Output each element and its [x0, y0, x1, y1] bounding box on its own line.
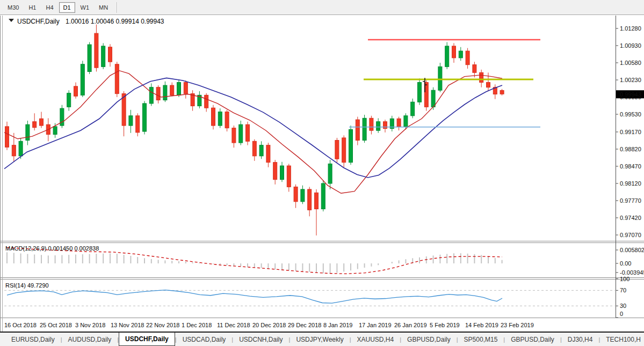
chart-tab-dj30-h4[interactable]: DJ30,H4 — [562, 333, 599, 346]
candle — [335, 138, 339, 163]
timeframe-button-mn[interactable]: MN — [95, 2, 112, 13]
svg-text:0.005802: 0.005802 — [620, 247, 644, 253]
timeframe-button-d1[interactable]: D1 — [59, 2, 75, 13]
candle — [321, 180, 325, 211]
candle — [60, 105, 64, 128]
candle — [115, 62, 119, 97]
candle — [225, 110, 229, 131]
date-label: 17 Jan 2019 — [359, 322, 392, 328]
timeframe-button-w1[interactable]: W1 — [76, 2, 94, 13]
date-label: 22 Nov 2018 — [146, 322, 179, 328]
chart-tab-bar: EURUSD,Daily|AUDUSD,Daily|USDCHF,Daily|U… — [0, 332, 644, 346]
chart-title-ohlc: 1.00016 1.00046 0.99914 0.99943 — [66, 18, 164, 25]
candle — [143, 101, 147, 134]
timeframe-toolbar: M30H1H4D1W1MN — [0, 0, 644, 15]
date-label: 20 Dec 2018 — [252, 322, 286, 328]
candle — [418, 78, 422, 105]
date-label: 16 Oct 2018 — [4, 322, 37, 328]
candle — [438, 63, 442, 92]
timeframe-button-h1[interactable]: H1 — [24, 2, 40, 13]
chart-tab-usdjpy-weekly[interactable]: USDJPY,Weekly — [290, 333, 349, 346]
candle — [445, 42, 449, 69]
svg-text:0.98120: 0.98120 — [620, 180, 641, 187]
date-label: 26 Jan 2019 — [394, 322, 427, 328]
svg-text:30: 30 — [620, 303, 626, 309]
current-price-badge-value: 0.99943 — [620, 91, 641, 98]
chart-tab-gbpusd-daily[interactable]: GBPUSD,Daily — [505, 333, 560, 346]
date-label: 8 Jan 2019 — [323, 322, 352, 328]
chart-canvas[interactable]: 1.012801.009301.005801.002300.998800.995… — [0, 16, 644, 332]
chart-tab-xauusd-h4[interactable]: XAUUSD,H4 — [351, 333, 400, 346]
candle — [342, 135, 346, 167]
date-label: 23 Feb 2019 — [501, 322, 534, 328]
date-label: 25 Oct 2018 — [40, 322, 72, 328]
svg-text:0.99170: 0.99170 — [620, 129, 641, 135]
candle — [81, 61, 84, 97]
chart-tab-usdchf-daily[interactable]: USDCHF,Daily — [119, 333, 175, 346]
candle — [212, 105, 215, 130]
svg-text:0.00: 0.00 — [620, 260, 631, 267]
date-label: 11 Dec 2018 — [217, 322, 250, 328]
svg-text:1.01280: 1.01280 — [620, 25, 641, 32]
svg-text:0.97420: 0.97420 — [620, 215, 641, 221]
chart-tab-usdcnh-daily[interactable]: USDCNH,Daily — [233, 333, 288, 346]
date-axis: 16 Oct 201825 Oct 20183 Nov 201813 Nov 2… — [4, 322, 534, 328]
terminal-window: M30H1H4D1W1MN 1.012801.009301.005801.002… — [0, 0, 644, 346]
svg-text:0.97070: 0.97070 — [620, 232, 641, 238]
date-label: 14 Feb 2019 — [465, 322, 498, 328]
candle — [363, 115, 366, 143]
date-label: 1 Dec 2018 — [182, 322, 212, 328]
svg-text:0.98820: 0.98820 — [620, 146, 641, 152]
svg-text:0.97770: 0.97770 — [620, 197, 641, 204]
rsi-label: RSI(14) 49.7290 — [5, 282, 49, 289]
svg-text:1.00930: 1.00930 — [620, 42, 641, 49]
chart-tab-usdcad-daily[interactable]: USDCAD,Daily — [177, 333, 232, 346]
timeframe-button-m30[interactable]: M30 — [3, 2, 23, 13]
svg-text:1.00230: 1.00230 — [620, 77, 641, 83]
candle — [349, 126, 353, 165]
toolbar-separator — [117, 2, 118, 13]
svg-text:0.99530: 0.99530 — [620, 111, 641, 117]
chart-tab-tech100-h[interactable]: TECH100,H — [600, 333, 644, 346]
svg-text:1.00580: 1.00580 — [620, 60, 641, 66]
date-label: 3 Nov 2018 — [75, 322, 105, 328]
svg-text:-0.003945: -0.003945 — [620, 269, 644, 276]
chart-tab-eurusd-daily[interactable]: EURUSD,Daily — [5, 333, 61, 346]
svg-text:0: 0 — [620, 311, 623, 317]
chart-title-symbol: USDCHF,Daily — [17, 18, 60, 25]
svg-text:100: 100 — [620, 276, 629, 282]
date-label: 5 Feb 2019 — [430, 322, 460, 328]
chart-tab-gbpusd-daily[interactable]: GBPUSD,Daily — [401, 333, 457, 346]
chart-tab-sp500-m15[interactable]: SP500,M15 — [458, 333, 504, 346]
svg-text:70: 70 — [620, 287, 626, 293]
macd-label: MACD(12,26,9) 0.001450 0.002838 — [5, 245, 99, 252]
candle — [88, 42, 91, 74]
rsi-plot-area[interactable] — [4, 279, 615, 318]
svg-text:0.98470: 0.98470 — [620, 163, 641, 170]
candle — [239, 121, 243, 145]
candle — [102, 43, 105, 69]
date-label: 29 Dec 2018 — [288, 322, 321, 328]
timeframe-button-h4[interactable]: H4 — [41, 2, 57, 13]
chart-tab-audusd-daily[interactable]: AUDUSD,Daily — [62, 333, 118, 346]
date-label: 13 Nov 2018 — [111, 322, 144, 328]
